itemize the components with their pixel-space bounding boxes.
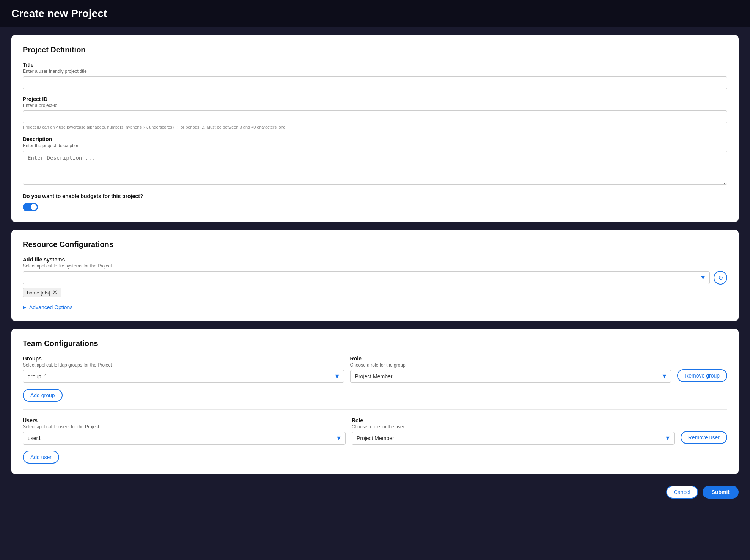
users-role-hint: Choose a role for the user (352, 424, 675, 429)
users-hint: Select applicable users for the Project (23, 424, 346, 429)
add-user-row: Add user (23, 451, 727, 464)
add-group-button[interactable]: Add group (23, 389, 63, 402)
groups-role-select-wrapper: Project Member Admin Viewer ▼ (350, 370, 671, 383)
resource-config-card: Resource Configurations Add file systems… (11, 230, 739, 321)
submit-button[interactable]: Submit (703, 486, 739, 499)
budget-toggle-container (23, 203, 727, 211)
cancel-button[interactable]: Cancel (666, 486, 698, 499)
budget-toggle[interactable] (23, 203, 38, 211)
description-label: Description (23, 136, 727, 142)
arrow-right-icon: ▶ (23, 305, 26, 310)
groups-select-wrapper: group_1 ▼ (23, 370, 344, 383)
team-config-card: Team Configurations Groups Select applic… (11, 329, 739, 474)
footer-actions: Cancel Submit (0, 482, 750, 510)
file-systems-row: home [efs] ▼ ↻ (23, 271, 727, 285)
add-user-button[interactable]: Add user (23, 451, 59, 464)
project-id-group: Project ID Enter a project-id Project ID… (23, 96, 727, 129)
description-hint: Enter the project description (23, 143, 727, 148)
title-input[interactable] (23, 76, 727, 89)
budget-toggle-row: Do you want to enable budgets for this p… (23, 193, 727, 199)
groups-role-label: Role (350, 356, 671, 362)
users-row: Users Select applicable users for the Pr… (23, 417, 727, 445)
divider (23, 409, 727, 410)
budget-label: Do you want to enable budgets for this p… (23, 193, 143, 199)
description-group: Description Enter the project descriptio… (23, 136, 727, 186)
project-id-note: Project ID can only use lowercase alphab… (23, 125, 727, 129)
project-definition-card: Project Definition Title Enter a user fr… (11, 35, 739, 222)
file-systems-hint: Select applicable file systems for the P… (23, 263, 727, 269)
groups-select[interactable]: group_1 (23, 370, 344, 383)
refresh-icon: ↻ (718, 274, 723, 282)
page-content: Project Definition Title Enter a user fr… (0, 27, 750, 482)
project-definition-title: Project Definition (23, 46, 727, 54)
file-systems-select-wrapper: home [efs] ▼ (23, 271, 710, 284)
title-group: Title Enter a user friendly project titl… (23, 62, 727, 89)
groups-hint: Select applicable ldap groups for the Pr… (23, 362, 344, 368)
users-col: Users Select applicable users for the Pr… (23, 417, 346, 445)
page-title: Create new Project (11, 8, 739, 20)
file-systems-select[interactable]: home [efs] (23, 271, 710, 284)
users-role-select[interactable]: Project Member Admin Viewer (352, 432, 675, 445)
groups-role-select[interactable]: Project Member Admin Viewer (350, 370, 671, 383)
description-input[interactable] (23, 151, 727, 185)
groups-label: Groups (23, 356, 344, 362)
tag-remove-button[interactable]: ✕ (52, 289, 57, 296)
resource-config-title: Resource Configurations (23, 240, 727, 249)
project-id-label: Project ID (23, 96, 727, 102)
page-header: Create new Project (0, 0, 750, 27)
title-label: Title (23, 62, 727, 68)
file-system-tag: home [efs] ✕ (23, 288, 61, 297)
project-id-hint: Enter a project-id (23, 103, 727, 108)
tag-label: home [efs] (27, 290, 50, 296)
remove-user-col: Remove user (681, 431, 727, 445)
users-role-label: Role (352, 417, 675, 423)
users-role-col: Role Choose a role for the user Project … (352, 417, 675, 445)
users-select-wrapper: user1 ▼ (23, 432, 346, 445)
remove-group-col: Remove group (677, 369, 727, 383)
remove-user-button[interactable]: Remove user (681, 431, 727, 444)
groups-role-col: Role Choose a role for the group Project… (350, 356, 671, 383)
advanced-options-toggle[interactable]: ▶ Advanced Options (23, 304, 727, 310)
groups-row: Groups Select applicable ldap groups for… (23, 356, 727, 383)
add-group-row: Add group (23, 389, 727, 402)
groups-role-hint: Choose a role for the group (350, 362, 671, 368)
users-select[interactable]: user1 (23, 432, 346, 445)
file-systems-label: Add file systems (23, 256, 727, 263)
refresh-button[interactable]: ↻ (714, 271, 727, 285)
project-id-input[interactable] (23, 110, 727, 123)
advanced-options-label: Advanced Options (29, 304, 72, 310)
users-label: Users (23, 417, 346, 423)
remove-group-button[interactable]: Remove group (677, 369, 727, 382)
groups-col: Groups Select applicable ldap groups for… (23, 356, 344, 383)
team-config-title: Team Configurations (23, 339, 727, 348)
selected-tag: home [efs] ✕ (23, 285, 727, 297)
file-systems-group: Add file systems Select applicable file … (23, 256, 727, 297)
title-hint: Enter a user friendly project title (23, 69, 727, 74)
users-role-select-wrapper: Project Member Admin Viewer ▼ (352, 432, 675, 445)
